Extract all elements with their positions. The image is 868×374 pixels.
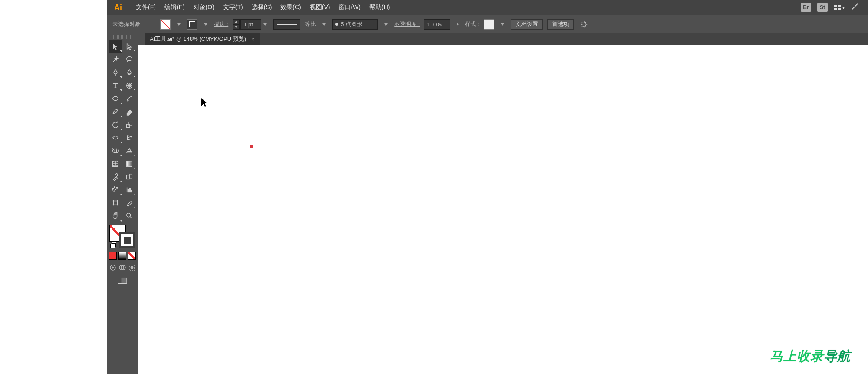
menu-edit[interactable]: 编辑(E) [160,0,189,15]
polar-grid-tool[interactable] [122,79,136,92]
color-mode-none[interactable] [128,252,136,260]
opacity-value[interactable]: 100% [424,19,450,30]
shape-builder-tool[interactable] [108,144,122,157]
toolbox-grip-icon[interactable] [113,35,132,39]
eyedropper-tool[interactable] [108,170,122,183]
menu-view[interactable]: 视图(V) [306,0,335,15]
stock-badge-icon[interactable]: St [817,3,828,12]
selection-tool[interactable] [108,40,122,53]
svg-point-15 [114,187,115,188]
curvature-tool[interactable] [122,66,136,79]
menu-select[interactable]: 选择(S) [247,0,276,15]
watermark-text: 马上收录导航 [770,348,851,365]
color-mode-solid[interactable] [109,252,117,260]
svg-rect-6 [127,124,130,127]
gpu-preview-icon[interactable] [851,3,859,13]
ellipse-tool[interactable] [108,92,122,105]
zoom-tool[interactable] [122,209,136,222]
arrange-documents-button[interactable]: ▾ [834,5,845,10]
perspective-grid-tool[interactable] [122,144,136,157]
stroke-weight-field[interactable]: 1 pt [233,19,269,30]
blend-tool[interactable] [122,170,136,183]
column-graph-tool[interactable] [122,183,136,196]
fill-swatch[interactable] [160,19,171,30]
scale-tool[interactable] [122,118,136,131]
menu-window[interactable]: 窗口(W) [334,0,365,15]
svg-rect-13 [129,174,132,178]
stroke-swatch[interactable] [187,19,197,30]
chevron-down-icon: ▾ [842,5,845,10]
app-logo-icon: Ai [111,0,125,15]
menu-file[interactable]: 文件(F) [132,0,160,15]
toolbox [107,33,138,374]
svg-rect-18 [129,188,130,192]
stroke-weight-value[interactable]: 1 pt [240,19,261,30]
preferences-button[interactable]: 首选项 [547,19,574,30]
fill-dropdown[interactable] [175,20,183,29]
svg-rect-19 [131,190,132,192]
tool-grid [108,40,136,222]
pen-tool[interactable] [108,66,122,79]
stroke-dropdown[interactable] [202,20,210,29]
brush-dot-icon [335,23,338,26]
type-tool[interactable] [108,79,122,92]
align-to-icon[interactable] [580,20,589,29]
slice-tool[interactable] [122,196,136,209]
magic-wand-tool[interactable] [108,53,122,66]
svg-point-21 [127,213,131,217]
brush-definition[interactable]: 5 点圆形 [332,19,378,30]
fill-stroke-swatches[interactable] [109,225,135,248]
puppet-warp-tool[interactable] [122,131,136,144]
canvas[interactable] [138,45,868,374]
document-tab-title: AI工具.ai* @ 148% (CMYK/GPU 预览) [150,35,246,43]
brush-dropdown[interactable] [382,20,390,29]
control-bar: 未选择对象 描边 : 1 pt 等比 5 点圆形 不透明度 : 100% 样式 … [107,15,868,34]
draw-normal-icon[interactable] [109,264,116,271]
svg-rect-5 [129,122,132,125]
swap-default-colors-icon[interactable] [110,244,115,248]
gradient-tool[interactable] [122,157,136,170]
svg-rect-17 [128,189,128,192]
menu-effect[interactable]: 效果(C) [276,0,305,15]
lasso-tool[interactable] [122,53,136,66]
stroke-weight-dropdown[interactable] [261,20,269,29]
draw-behind-icon[interactable] [119,264,126,271]
draw-inside-icon[interactable] [128,264,135,271]
eraser-tool[interactable] [122,105,136,118]
symbol-sprayer-tool[interactable] [108,183,122,196]
stroke-profile-dropdown[interactable] [320,20,328,29]
selection-status: 未选择对象 [112,20,156,28]
menu-bar: Ai 文件(F) 编辑(E) 对象(O) 文字(T) 选择(S) 效果(C) 视… [107,0,868,15]
cursor-icon [201,98,208,109]
opacity-label[interactable]: 不透明度 : [394,20,420,28]
width-tool[interactable] [108,131,122,144]
stroke-weight-stepper[interactable] [233,19,240,30]
mesh-tool[interactable] [108,157,122,170]
direct-selection-tool[interactable] [122,40,136,53]
artboard-tool[interactable] [108,196,122,209]
graphic-style-swatch[interactable] [484,19,494,30]
menu-help[interactable]: 帮助(H) [365,0,394,15]
stroke-label[interactable]: 描边 : [214,20,228,28]
bridge-badge-icon[interactable]: Br [801,3,811,12]
document-setup-button[interactable]: 文档设置 [511,19,543,30]
menu-object[interactable]: 对象(O) [189,0,219,15]
svg-point-23 [112,267,114,268]
stroke-profile-label: 等比 [305,20,316,28]
document-tab[interactable]: AI工具.ai* @ 148% (CMYK/GPU 预览) × [145,33,260,45]
rotate-tool[interactable] [108,118,122,131]
hand-tool[interactable] [108,209,122,222]
color-mode-gradient[interactable] [118,252,126,260]
close-tab-icon[interactable]: × [251,36,255,43]
graphic-style-dropdown[interactable] [499,20,506,29]
menu-type[interactable]: 文字(T) [219,0,247,15]
stroke-color-swatch[interactable] [119,232,135,248]
svg-point-1 [127,57,132,61]
paintbrush-tool[interactable] [122,92,136,105]
blob-brush-tool[interactable] [108,105,122,118]
screen-mode-button[interactable] [118,277,127,285]
opacity-more-icon[interactable] [454,20,460,29]
svg-point-14 [113,188,114,189]
svg-rect-29 [122,278,127,284]
stroke-profile-preview[interactable] [273,19,300,30]
